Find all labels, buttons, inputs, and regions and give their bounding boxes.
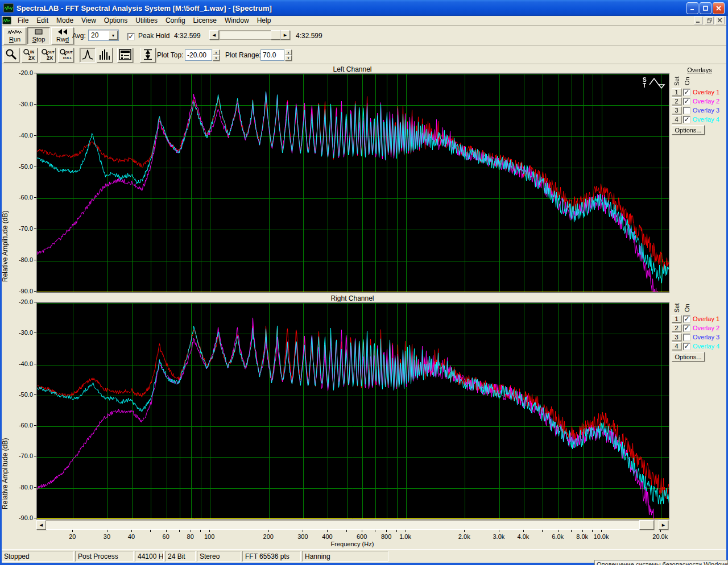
freq-tick-mark	[209, 530, 210, 532]
overlay-3-on-checkbox[interactable]	[683, 334, 690, 341]
zoom-out-full-button[interactable]: OUTFULL	[58, 48, 74, 63]
zoom-out-2x-button[interactable]: OUT2X	[40, 48, 56, 63]
plot-top-spinner[interactable]: ▲▼	[213, 49, 220, 61]
menu-mode[interactable]: Mode	[52, 16, 77, 25]
overlay-4-set-button[interactable]: 4	[672, 342, 681, 350]
freq-tick-mark	[592, 530, 593, 532]
left-channel-plot[interactable]	[36, 73, 669, 293]
freq-tick-mark	[396, 530, 397, 532]
menu-edit[interactable]: Edit	[32, 16, 52, 25]
transport-button-label: Stop	[32, 36, 46, 43]
left-ytick--90.0: -90.0	[10, 288, 33, 294]
menu-options[interactable]: Options	[100, 16, 131, 25]
menu-config[interactable]: Config	[162, 16, 189, 25]
freq-tick-mark	[107, 530, 107, 532]
overlay-4-on-checkbox[interactable]: ✓	[683, 116, 690, 123]
overlay-1-set-button[interactable]: 1	[672, 88, 681, 96]
plot-range-label: Plot Range:	[225, 51, 261, 59]
mdi-minimize-button[interactable]	[694, 16, 703, 24]
menu-view[interactable]: View	[77, 16, 100, 25]
overlay-2-on-checkbox[interactable]: ✓	[683, 98, 690, 105]
overlay-1-on-checkbox[interactable]: ✓	[683, 315, 690, 323]
maximize-button[interactable]	[700, 2, 712, 14]
overlay-2-on-checkbox[interactable]: ✓	[683, 325, 690, 332]
zoom-cursor-icon	[5, 48, 18, 63]
right-ytick--80.0: -80.0	[10, 484, 33, 491]
time-scroll-left-icon[interactable]: ◀	[209, 30, 219, 40]
minimize-button[interactable]	[686, 2, 698, 14]
zoom-in-2x-button[interactable]: IN2X	[22, 48, 38, 63]
signal-trigger-indicator-icon: S T	[642, 76, 667, 90]
display-options-button[interactable]	[117, 48, 133, 63]
avg-combobox[interactable]: 20 ▼	[88, 30, 119, 41]
overlays-options-button-right[interactable]: Options...	[672, 352, 705, 362]
plot-top-input[interactable]	[185, 49, 212, 61]
spectrum-curve-button[interactable]	[80, 48, 96, 63]
overlay-4-set-button[interactable]: 4	[672, 115, 681, 123]
mdi-close-button[interactable]	[715, 16, 725, 24]
mdi-restore-button[interactable]	[705, 16, 714, 24]
overlay-row-1: 1✓Overlay 1	[672, 88, 719, 97]
overlays-options-button-left[interactable]: Options...	[672, 125, 705, 135]
left-y-axis-label: Relative Amplitude (dB)	[1, 161, 10, 331]
windows-security-notification[interactable]: Оповещение системы безопасности Windows	[594, 560, 728, 565]
overlay-3-set-button[interactable]: 3	[672, 333, 681, 341]
freq-scroll-right-icon[interactable]: ▶	[659, 520, 668, 530]
transport-rwd-button[interactable]: Rwd	[51, 27, 74, 44]
freq-scroll-left-icon[interactable]: ◀	[36, 520, 46, 530]
overlays-set-label: Set	[673, 301, 681, 315]
overlay-2-set-button[interactable]: 2	[672, 97, 681, 105]
zoom-cursor-button[interactable]	[3, 48, 19, 63]
left-ytick--30.0: -30.0	[10, 101, 33, 107]
time-scroll-thumb[interactable]	[271, 30, 280, 40]
chevron-down-icon[interactable]: ▼	[109, 31, 118, 40]
transport-button-label: Run	[9, 36, 20, 43]
right-ytick--20.0: -20.0	[10, 298, 33, 305]
overlays-on-label: On	[684, 74, 692, 89]
status-hanning: Hanning	[302, 551, 388, 562]
amplitude-scale-button[interactable]	[140, 48, 156, 63]
overlay-2-set-button[interactable]: 2	[672, 324, 681, 332]
overlay-1-set-button[interactable]: 1	[672, 315, 681, 323]
menu-utilities[interactable]: Utilities	[131, 16, 162, 25]
plot-range-spinner[interactable]: ▲▼	[285, 49, 292, 61]
window-frame-left	[0, 16, 2, 563]
overlay-4-on-checkbox[interactable]: ✓	[683, 343, 690, 350]
peak-hold-label: Peak Hold	[138, 32, 169, 40]
transport-run-button[interactable]: Run	[3, 27, 26, 44]
menu-window[interactable]: Window	[221, 16, 253, 25]
right-ytick--70.0: -70.0	[10, 452, 33, 459]
freq-tick-mark	[386, 530, 387, 532]
left-ytick-mark	[34, 73, 36, 73]
left-ytick--80.0: -80.0	[10, 256, 33, 263]
freq-label-600: 600	[349, 533, 374, 540]
overlay-3-on-checkbox[interactable]	[683, 107, 690, 114]
transport-stop-button[interactable]: Stop	[27, 27, 50, 44]
spectrum-bars-button[interactable]	[97, 48, 113, 63]
menu-license[interactable]: License	[189, 16, 221, 25]
freq-label-40: 40	[119, 533, 144, 540]
freq-scroll-track[interactable]	[46, 520, 655, 530]
left-ytick--60.0: -60.0	[10, 194, 33, 201]
close-button[interactable]	[713, 2, 725, 14]
transport-button-label: Rwd	[56, 36, 69, 43]
time-scroll-right-icon[interactable]: ▶	[280, 30, 290, 40]
freq-tick-mark	[375, 530, 375, 532]
status-stopped: Stopped	[1, 551, 74, 562]
left-ytick--20.0: -20.0	[10, 69, 33, 76]
overlay-3-set-button[interactable]: 3	[672, 106, 681, 114]
right-channel-plot[interactable]	[36, 302, 669, 520]
peak-hold-checkbox[interactable]: ✓	[127, 33, 135, 40]
spectrum-view: Left Channel Relative Amplitude (dB) Rig…	[0, 64, 728, 549]
overlay-row-3: 3Overlay 3	[672, 106, 719, 115]
freq-tick-mark	[362, 530, 362, 532]
plot-range-input[interactable]	[260, 49, 284, 61]
left-ytick-mark	[34, 104, 36, 105]
freq-scroll-thumb[interactable]	[639, 520, 654, 530]
freq-tick-mark	[464, 530, 465, 532]
spectralab-window: SpectraLAB - FFT Spectral Analysis Syste…	[0, 0, 728, 565]
left-overlays-panel: OverlaysSetOn1✓Overlay 12✓Overlay 23Over…	[672, 67, 727, 73]
overlay-1-on-checkbox[interactable]: ✓	[683, 89, 690, 96]
menu-help[interactable]: Help	[253, 16, 275, 25]
menu-file[interactable]: File	[14, 16, 32, 25]
